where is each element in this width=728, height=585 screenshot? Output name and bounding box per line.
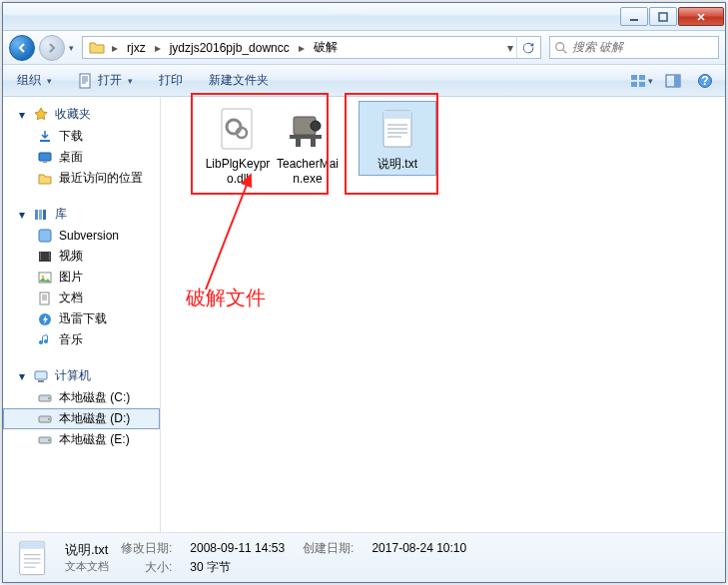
svg-rect-22 <box>40 257 41 258</box>
chevron-right-icon[interactable]: ▸ <box>109 41 121 55</box>
svg-line-50 <box>206 175 251 290</box>
collapse-icon: ▾ <box>17 108 27 122</box>
page-icon <box>78 73 94 89</box>
organize-button[interactable]: 组织 <box>11 69 58 92</box>
sidebar-group-libraries: ▾ 库 Subversion 视频 图片 文档 迅雷下载 音乐 <box>3 203 160 350</box>
txt-icon <box>13 538 53 578</box>
address-bar[interactable]: ▸ rjxz ▸ jydzjs2016pjb_downcc ▸ 破解 ▾ <box>82 36 541 59</box>
svg-rect-20 <box>40 253 41 254</box>
status-filetype: 文本文档 <box>65 559 109 574</box>
search-input[interactable]: 搜索 破解 <box>549 36 719 59</box>
refresh-button[interactable] <box>516 37 538 58</box>
breadcrumb-seg1[interactable]: rjxz <box>121 37 152 58</box>
svg-rect-4 <box>631 75 637 80</box>
print-button[interactable]: 打印 <box>153 69 189 92</box>
file-item-txt[interactable]: 说明.txt <box>359 101 436 176</box>
breadcrumb-seg3[interactable]: 破解 <box>308 37 344 58</box>
status-createlabel: 创建日期: <box>303 540 354 557</box>
file-item-dll[interactable]: LibPlgKeypro.dll <box>199 101 277 191</box>
breadcrumb-seg2[interactable]: jydzjs2016pjb_downcc <box>164 37 296 58</box>
view-mode-button[interactable] <box>629 70 653 92</box>
details-pane: 说明.txt 文本文档 修改日期: 2008-09-11 14:53 创建日期:… <box>3 532 725 582</box>
computer-icon <box>33 368 49 384</box>
computer-header[interactable]: ▾ 计算机 <box>3 364 160 387</box>
sidebar-item-drive-d[interactable]: 本地磁盘 (D:) <box>3 408 160 429</box>
help-button[interactable]: ? <box>693 70 717 92</box>
desktop-icon <box>37 150 53 166</box>
nav-row: ▾ ▸ rjxz ▸ jydzjs2016pjb_downcc ▸ 破解 ▾ 搜… <box>3 31 725 65</box>
sidebar-item-desktop[interactable]: 桌面 <box>3 147 160 168</box>
body: ▾ 收藏夹 下载 桌面 最近访问的位置 <box>3 97 725 532</box>
sidebar-item-label: 音乐 <box>59 331 83 348</box>
chevron-right-icon[interactable]: ▸ <box>296 41 308 55</box>
thunder-icon <box>37 311 53 327</box>
exe-icon <box>284 105 332 153</box>
sidebar-item-drive-e[interactable]: 本地磁盘 (E:) <box>3 429 160 450</box>
history-dropdown-icon[interactable]: ▾ <box>69 43 74 53</box>
sidebar-item-pictures[interactable]: 图片 <box>3 267 160 288</box>
minimize-button[interactable] <box>620 7 648 26</box>
download-icon <box>37 129 53 145</box>
svg-point-2 <box>556 42 564 50</box>
chevron-right-icon[interactable]: ▸ <box>152 41 164 55</box>
dll-icon <box>214 105 262 153</box>
back-button[interactable] <box>9 35 35 61</box>
folder-icon <box>89 40 105 56</box>
close-button[interactable] <box>678 7 724 26</box>
svg-rect-30 <box>40 292 49 304</box>
sidebar-item-label: 本地磁盘 (C:) <box>59 389 130 406</box>
svg-rect-49 <box>383 111 411 119</box>
preview-pane-button[interactable] <box>661 70 685 92</box>
address-dropdown-icon[interactable]: ▾ <box>504 41 516 55</box>
svg-rect-45 <box>290 135 322 139</box>
svg-rect-46 <box>296 139 301 147</box>
svg-rect-25 <box>49 255 50 256</box>
newfolder-button[interactable]: 新建文件夹 <box>203 69 275 92</box>
svg-rect-0 <box>630 19 638 21</box>
svg-rect-27 <box>49 259 50 260</box>
file-item-exe[interactable]: TeacherMain.exe <box>269 101 347 191</box>
status-createval: 2017-08-24 10:10 <box>371 541 466 555</box>
collapse-icon: ▾ <box>17 208 27 222</box>
file-pane[interactable]: LibPlgKeypro.dll TeacherMain.exe 说明.txt <box>161 97 725 532</box>
sidebar-item-videos[interactable]: 视频 <box>3 246 160 267</box>
svg-rect-32 <box>35 371 47 379</box>
sidebar-item-downloads[interactable]: 下载 <box>3 126 160 147</box>
sidebar-item-label: 最近访问的位置 <box>59 170 143 187</box>
maximize-button[interactable] <box>649 7 677 26</box>
svg-rect-14 <box>43 162 47 163</box>
drive-icon <box>37 432 53 448</box>
status-sizeval: 30 字节 <box>190 559 285 576</box>
sidebar-item-drive-c[interactable]: 本地磁盘 (C:) <box>3 387 160 408</box>
sidebar-item-recent[interactable]: 最近访问的位置 <box>3 168 160 189</box>
sidebar-item-label: 视频 <box>59 248 83 265</box>
libraries-header[interactable]: ▾ 库 <box>3 203 160 226</box>
open-button[interactable]: 打开 <box>72 69 139 92</box>
status-filename: 说明.txt <box>65 541 109 559</box>
svg-rect-13 <box>39 153 51 161</box>
star-icon <box>33 107 49 123</box>
favorites-header[interactable]: ▾ 收藏夹 <box>3 103 160 126</box>
status-modval: 2008-09-11 14:53 <box>190 541 285 555</box>
recent-icon <box>37 171 53 187</box>
svg-rect-24 <box>49 253 50 254</box>
sidebar-item-label: 本地磁盘 (E:) <box>59 431 130 448</box>
drive-icon <box>37 390 53 406</box>
status-modlabel: 修改日期: <box>121 540 172 557</box>
svn-icon <box>37 228 53 244</box>
libraries-label: 库 <box>55 206 67 223</box>
forward-button[interactable] <box>39 35 65 61</box>
picture-icon <box>37 270 53 286</box>
sidebar-item-label: 本地磁盘 (D:) <box>59 410 130 427</box>
svg-point-37 <box>48 418 50 420</box>
txt-icon <box>373 105 421 153</box>
svg-point-44 <box>311 121 321 131</box>
sidebar-item-documents[interactable]: 文档 <box>3 288 160 308</box>
explorer-window: ▾ ▸ rjxz ▸ jydzjs2016pjb_downcc ▸ 破解 ▾ 搜… <box>2 2 726 583</box>
sidebar-item-thunder[interactable]: 迅雷下载 <box>3 308 160 329</box>
favorites-label: 收藏夹 <box>55 106 91 123</box>
sidebar-item-svn[interactable]: Subversion <box>3 226 160 246</box>
search-icon <box>554 41 568 55</box>
video-icon <box>37 249 53 265</box>
sidebar-item-music[interactable]: 音乐 <box>3 329 160 350</box>
